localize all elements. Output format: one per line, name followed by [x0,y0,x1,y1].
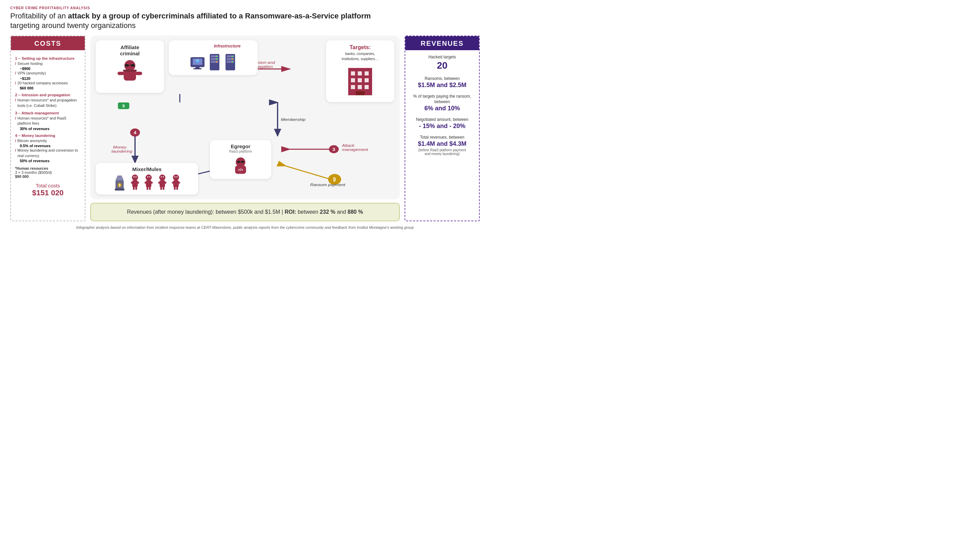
svg-rect-54 [351,71,355,76]
svg-rect-79 [133,186,135,190]
svg-rect-30 [123,70,137,72]
slash: / [15,98,16,103]
infra-header: Infrastructure [173,44,253,52]
slash: / [15,148,16,153]
rev-value-total: $1.4M and $4.3M [410,140,474,147]
svg-rect-84 [146,180,151,187]
affiliate-box: Affiliatecriminal [95,40,164,93]
svg-point-43 [216,55,217,57]
section3-title: 3 – Attack management [15,111,81,115]
targets-title: Targets: [329,44,391,51]
mixer-box: Mixer/Mules ₿ [95,163,198,195]
svg-rect-26 [124,70,136,81]
cost-item: /Human resources* and propagation tools … [15,98,81,108]
svg-rect-102 [177,182,180,184]
svg-point-51 [232,59,233,60]
svg-rect-103 [174,186,176,190]
cost-item: /VPN (anonymity) [15,71,81,76]
mule-icon-1 [129,173,141,190]
svg-rect-95 [160,186,162,190]
svg-text:Money: Money [113,145,127,149]
svg-point-90 [149,176,150,178]
costs-header: COSTS [11,36,85,50]
mixer-icons: ₿ [100,173,194,191]
svg-rect-63 [356,91,364,95]
svg-rect-35 [196,67,200,68]
svg-point-13 [328,174,341,185]
svg-text:3: 3 [332,147,336,152]
cost-amount: $60 000 [20,86,81,90]
svg-rect-58 [358,78,362,82]
footer-text: Infographic analysis based on informatio… [76,225,414,230]
rev-label-negotiated: Negotiated amount, between [410,117,474,122]
svg-rect-55 [358,71,362,76]
svg-point-98 [163,176,164,178]
server-icon-1 [208,53,221,71]
svg-rect-23 [118,102,129,109]
egregor-sub: RaaS platform [213,149,268,153]
rev-item-hacked: Hacked targets 20 [410,54,474,71]
svg-text:</>: </> [238,168,243,172]
svg-rect-60 [351,85,355,89]
svg-point-8 [329,145,339,153]
revenues-panel: REVENUES Hacked targets 20 Ransoms, betw… [404,35,480,221]
rev-item-ransom: Ransoms, between $1.5M and $2.5M [410,76,474,89]
cost-amount: 50% of revenues [20,159,81,163]
roi-text2: between [296,209,320,215]
slash: / [15,61,16,66]
infra-label: Infrastructure [214,44,240,49]
cost-item: /20 hacked company accesses [15,81,81,86]
svg-rect-76 [132,180,138,187]
svg-text:management: management [342,147,368,152]
mixer-title: Mixer/Mules [100,166,194,172]
diagram-panel: 2 Intrusion and propagation Membership 3… [90,35,400,221]
svg-line-12 [286,166,331,179]
svg-rect-72 [115,189,124,190]
hacker-icon [116,58,143,86]
svg-point-45 [216,61,217,62]
title-normal: Profitability of an [10,12,68,20]
svg-point-50 [232,55,233,57]
svg-marker-71 [116,176,124,180]
mule-icon-4 [170,173,182,190]
cost-amount: 0.5% of revenues [20,144,81,148]
section2-title: 2 – Intrusion and propagation [15,93,81,97]
targets-box: Targets: banks, companies,institutions, … [326,40,395,102]
revenues-body: Hacked targets 20 Ransoms, between $1.5M… [405,50,479,160]
infra-icons: 🌐 [173,53,253,71]
title-normal2: targeting around twenty organizations [10,21,136,30]
svg-text:₿: ₿ [333,177,336,182]
cost-amount: ~$120 [20,76,81,81]
svg-rect-31 [118,72,124,75]
svg-rect-92 [159,180,165,187]
svg-point-106 [176,176,178,178]
svg-rect-100 [173,180,179,187]
human-resources-amount: $90 000 [15,174,81,179]
svg-rect-62 [364,85,369,89]
svg-text:laundering: laundering [111,149,132,154]
roi-bar: Revenues (after money laundering): betwe… [90,203,400,221]
rev-label-total: Total revenues, between [410,135,474,140]
svg-text:🌐: 🌐 [196,59,199,63]
section1-title: 1 – Setting up the infrastructure [15,56,81,60]
rev-item-total: Total revenues, between $1.4M and $4.3M … [410,135,474,156]
blender-icon: ₿ [112,173,127,191]
section4-title: 4 – Money laundering [15,133,81,138]
cost-item: /Bitcoin anonymity [15,138,81,143]
svg-point-99 [173,174,179,181]
svg-rect-87 [146,186,148,190]
roi-text3: and [335,209,347,215]
diagram-main: 2 Intrusion and propagation Membership 3… [90,35,400,200]
slash: / [15,138,16,143]
svg-text:$: $ [123,104,125,108]
subtitle: CYBER CRIME PROFITABILITY ANALYSIS [10,6,480,10]
rev-sub-total: (before RaaS platform paymentand money l… [410,148,474,156]
svg-rect-59 [364,78,369,82]
svg-rect-77 [131,182,134,184]
affiliate-title: Affiliatecriminal [99,44,161,57]
svg-rect-66 [237,161,240,163]
costs-body: 1 – Setting up the infrastructure /Secur… [11,50,85,220]
svg-rect-32 [135,72,142,75]
cost-item: /Secure hosting [15,61,81,66]
total-amount: $151 020 [15,189,81,197]
